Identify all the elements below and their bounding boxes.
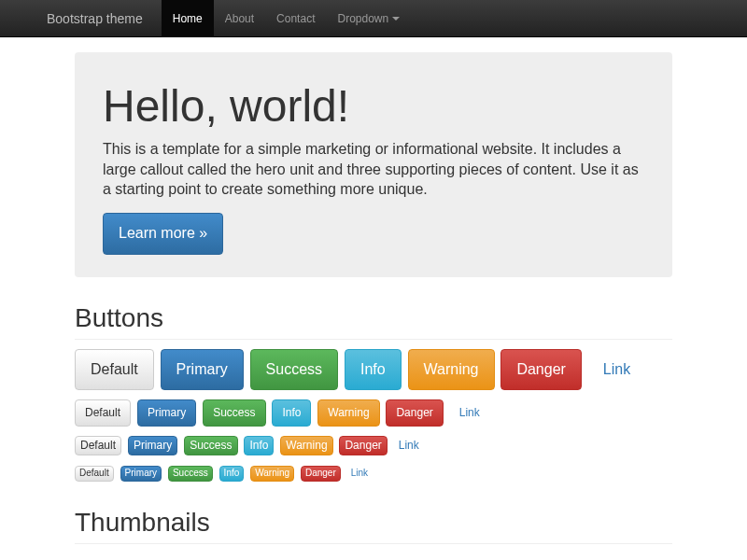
- danger-button[interactable]: Danger: [386, 399, 443, 427]
- danger-button[interactable]: Danger: [301, 466, 341, 481]
- warning-button[interactable]: Warning: [317, 399, 379, 427]
- link-button[interactable]: Link: [588, 350, 645, 390]
- warning-button[interactable]: Warning: [408, 349, 495, 391]
- success-button[interactable]: Success: [168, 466, 213, 481]
- default-button[interactable]: Default: [75, 349, 154, 391]
- danger-button[interactable]: Danger: [339, 436, 387, 455]
- button-row-sm: Default Primary Success Info Warning Dan…: [75, 399, 672, 427]
- primary-button[interactable]: Primary: [120, 466, 162, 481]
- info-button[interactable]: Info: [272, 399, 311, 427]
- link-button[interactable]: Link: [347, 467, 372, 480]
- default-button[interactable]: Default: [75, 399, 131, 427]
- buttons-heading: Buttons: [75, 303, 672, 340]
- link-button[interactable]: Link: [394, 437, 424, 455]
- chevron-down-icon: [392, 17, 400, 21]
- nav-dropdown[interactable]: Dropdown: [326, 0, 411, 37]
- hero-jumbotron: Hello, world! This is a template for a s…: [75, 52, 672, 277]
- warning-button[interactable]: Warning: [280, 436, 332, 455]
- button-row-lg: Default Primary Success Info Warning Dan…: [75, 349, 672, 391]
- button-row-xs: Default Primary Success Info Warning Dan…: [75, 436, 672, 455]
- danger-button[interactable]: Danger: [500, 349, 581, 391]
- learn-more-button[interactable]: Learn more »: [103, 213, 223, 255]
- success-button[interactable]: Success: [203, 399, 265, 427]
- button-row-xxs: Default Primary Success Info Warning Dan…: [75, 465, 672, 481]
- info-button[interactable]: Info: [345, 349, 402, 391]
- navbar-brand[interactable]: Bootstrap theme: [47, 11, 143, 26]
- nav-dropdown-label: Dropdown: [337, 12, 388, 25]
- info-button[interactable]: Info: [219, 466, 245, 481]
- primary-button[interactable]: Primary: [128, 436, 177, 455]
- nav-home[interactable]: Home: [162, 0, 214, 37]
- default-button[interactable]: Default: [75, 436, 121, 455]
- success-button[interactable]: Success: [184, 436, 237, 455]
- default-button[interactable]: Default: [75, 466, 114, 481]
- hero-text: This is a template for a simple marketin…: [103, 139, 644, 200]
- nav-about[interactable]: About: [214, 0, 265, 37]
- thumbnails-heading: Thumbnails: [75, 508, 672, 544]
- hero-title: Hello, world!: [103, 80, 644, 132]
- nav-contact[interactable]: Contact: [265, 0, 326, 37]
- warning-button[interactable]: Warning: [250, 466, 294, 481]
- navbar: Bootstrap theme Home About Contact Dropd…: [0, 0, 747, 37]
- primary-button[interactable]: Primary: [137, 399, 196, 427]
- success-button[interactable]: Success: [250, 349, 338, 391]
- info-button[interactable]: Info: [244, 436, 274, 455]
- primary-button[interactable]: Primary: [161, 349, 244, 391]
- link-button[interactable]: Link: [450, 400, 489, 426]
